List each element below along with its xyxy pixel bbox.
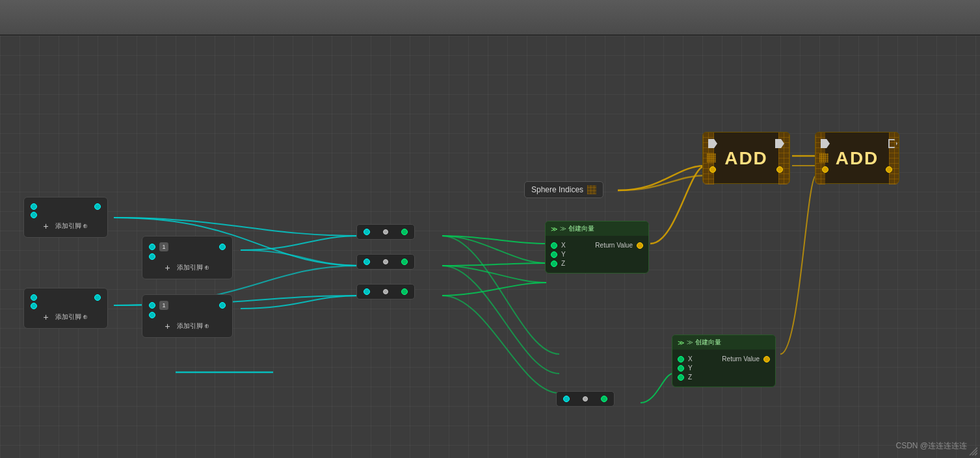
exec-out-2: [888, 139, 897, 148]
pin-input-4: [31, 303, 37, 309]
add1-grid-icon: [707, 153, 716, 162]
vector-node-2-header: ≫ ≫ 创建向量: [672, 335, 775, 350]
badge-2: 1: [159, 301, 168, 310]
pin-input-1: [31, 203, 37, 210]
add-node-1-label: ADD: [714, 148, 778, 169]
pin-output-3: [219, 244, 226, 250]
vec1-y-pin: [551, 251, 557, 258]
sphere-indices-grid-icon: [587, 185, 596, 194]
connector-node-1[interactable]: [356, 224, 415, 240]
sphere-indices-node[interactable]: Sphere Indices: [524, 181, 603, 198]
blueprint-canvas[interactable]: + 添加引脚 ⊕ + 添加引脚 ⊕ 1 + 添加引脚 ⊕: [0, 36, 980, 458]
pin-output-2: [94, 294, 101, 301]
vec1-y-label: Y: [561, 251, 566, 258]
pin-input-7: [149, 302, 155, 309]
yellow-out-1: [776, 164, 783, 175]
resize-handle[interactable]: [968, 446, 977, 455]
vec1-z-pin: [551, 261, 557, 267]
vector-node-2[interactable]: ≫ ≫ 创建向量 X Return Value Y Z: [672, 335, 776, 387]
add-pin-label-3: 添加引脚 ⊕: [177, 263, 210, 272]
vec1-x-label: X: [561, 242, 566, 249]
vec1-return-pin: [637, 242, 643, 249]
watermark: CSDN @连连连连连: [895, 440, 967, 452]
yellow-out-2: [886, 164, 892, 175]
vec2-x-label: X: [688, 355, 693, 363]
yellow-in-1: [709, 164, 716, 175]
add-pin-label-2: 添加引脚 ⊕: [55, 312, 88, 322]
add-node-topleft[interactable]: + 添加引脚 ⊕: [23, 197, 108, 238]
top-bar: [0, 0, 980, 36]
vec2-return-pin: [763, 356, 770, 363]
conn4-pin-mid: [583, 396, 588, 401]
add-pin-label-1: 添加引脚 ⊕: [55, 222, 88, 231]
conn4-pin-out: [601, 396, 607, 402]
conn2-pin-mid: [383, 259, 388, 264]
exec-out-1: [775, 139, 784, 148]
add-node-bottomleft[interactable]: + 添加引脚 ⊕: [23, 288, 108, 329]
vector-node-1-header: ≫ ≫ 创建向量: [546, 222, 648, 236]
vector-node-1-title: ≫ 创建向量: [560, 224, 594, 233]
vector-node-2-title: ≫ 创建向量: [687, 338, 721, 347]
vec2-return-label: Return Value: [722, 355, 760, 363]
conn3-pin-mid: [383, 289, 388, 294]
add-node-2[interactable]: ADD: [815, 132, 899, 184]
conn3-pin-out: [401, 288, 408, 295]
conn1-pin-out: [401, 229, 408, 235]
pin-input-3: [31, 294, 37, 301]
add-node-1[interactable]: ADD: [702, 132, 790, 184]
conn1-pin-mid: [383, 229, 388, 235]
svg-line-1: [972, 450, 977, 455]
exec-in-2: [821, 139, 830, 148]
badge-1: 1: [159, 242, 168, 251]
conn3-pin-in: [364, 288, 370, 295]
vec1-x-pin: [551, 242, 557, 249]
pin-input-8: [149, 312, 155, 318]
exec-in-1: [708, 139, 717, 148]
conn4-pin-in: [563, 396, 570, 402]
pin-output-1: [94, 203, 101, 210]
vec1-z-label: Z: [561, 260, 565, 267]
sphere-indices-label: Sphere Indices: [531, 185, 583, 194]
conn2-pin-in: [364, 259, 370, 265]
connector-node-4[interactable]: [556, 391, 615, 407]
conn1-pin-in: [364, 229, 370, 235]
pin-output-4: [219, 302, 226, 309]
svg-line-2: [975, 453, 977, 455]
add-pin-label-4: 添加引脚 ⊕: [177, 322, 210, 331]
conn2-pin-out: [401, 259, 408, 265]
vec2-z-pin: [678, 374, 684, 381]
vec2-z-label: Z: [688, 374, 692, 381]
add2-grid-icon: [819, 153, 828, 162]
connector-node-2[interactable]: [356, 254, 415, 270]
vector-icon-2: ≫: [678, 339, 684, 346]
pin-input-2: [31, 212, 37, 218]
vec2-y-pin: [678, 365, 684, 372]
vector-icon-1: ≫: [551, 225, 557, 233]
vec2-x-pin: [678, 356, 684, 363]
add-node-mid-top[interactable]: 1 + 添加引脚 ⊕: [142, 236, 233, 279]
vec1-return-label: Return Value: [595, 242, 633, 249]
yellow-in-2: [822, 164, 828, 175]
vec2-y-label: Y: [688, 364, 693, 372]
add-node-mid-bottom[interactable]: 1 + 添加引脚 ⊕: [142, 294, 233, 338]
add-node-2-label: ADD: [825, 148, 890, 169]
connector-node-3[interactable]: [356, 284, 415, 299]
pin-input-6: [149, 253, 155, 260]
vector-node-1[interactable]: ≫ ≫ 创建向量 X Return Value Y Z: [545, 221, 649, 274]
pin-input-5: [149, 244, 155, 250]
